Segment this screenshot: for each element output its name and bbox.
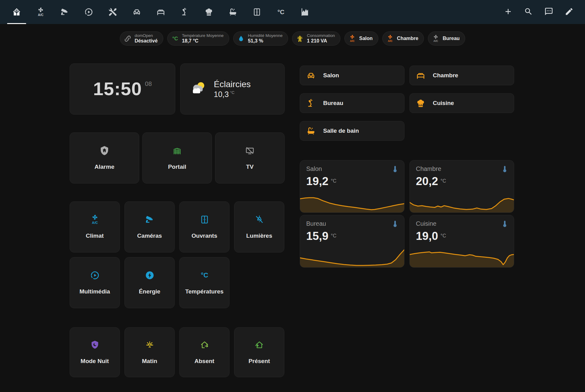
card-temperatures[interactable]: °CTempératures (179, 257, 230, 308)
search-button[interactable] (524, 7, 533, 17)
tab-multimedia[interactable] (77, 0, 101, 24)
room-button-bureau[interactable]: Bureau (300, 93, 404, 113)
chart-line-icon (300, 7, 310, 17)
lightning-circle-icon (145, 270, 155, 280)
weather-card[interactable]: Éclaircies 10,3°C (180, 63, 285, 115)
graph-card-salon[interactable]: Salon 19,2°C (300, 160, 404, 213)
chip-text: Consommation1 210 VA (307, 33, 335, 44)
motion-play-icon (90, 270, 100, 280)
card-absent[interactable]: Absent (179, 327, 230, 377)
bathtub-icon (306, 126, 316, 136)
room-button-chambre[interactable]: Chambre (409, 66, 514, 85)
tab-home[interactable] (5, 0, 29, 24)
chip-temperature-moyenne[interactable]: °CTempérature Moyenne18,7 °C (167, 31, 229, 46)
card-label: Températures (185, 288, 223, 295)
graph-card-cuisine[interactable]: Cuisine 19,0°C (409, 215, 514, 268)
temperature-celsius-icon: °C (171, 35, 179, 42)
chip-label: Salon (359, 36, 373, 41)
chip-consommation[interactable]: Consommation1 210 VA (292, 31, 340, 46)
tv-off-icon (245, 146, 255, 156)
edit-button[interactable] (565, 7, 574, 17)
tools-icon (108, 7, 117, 17)
tab-bar: A/C°C (0, 0, 317, 24)
chip-title: Humidité Moyenne (248, 33, 283, 38)
room-label: Salon (323, 72, 339, 79)
graph-value: 19,2 (306, 175, 328, 188)
tab-chambre[interactable] (149, 0, 173, 24)
magnify-icon (524, 7, 533, 16)
tab-temperatures[interactable]: °C (269, 0, 293, 24)
bathtub-icon (228, 7, 238, 17)
sofa-icon (132, 7, 141, 17)
chip-text: Humidité Moyenne51,3 % (248, 33, 283, 44)
svg-text:A/C: A/C (350, 39, 355, 42)
clock: 15:50 08 (93, 80, 152, 98)
graph-unit: °C (331, 178, 336, 184)
room-button-cuisine[interactable]: Cuisine (409, 93, 514, 113)
tab-bureau[interactable] (173, 0, 197, 24)
room-button-salon[interactable]: Salon (300, 66, 404, 85)
tab-outils[interactable] (101, 0, 125, 24)
card-label: Caméras (137, 232, 162, 239)
chip-domopen[interactable]: domOpenDésactivé (120, 31, 163, 46)
add-button[interactable] (504, 7, 513, 17)
graph-card-chambre[interactable]: Chambre 20,2°C (409, 160, 514, 213)
weather-temperature: 10,3°C (214, 90, 251, 99)
room-button-salle-de-bain[interactable]: Salle de bain (300, 121, 404, 141)
chip-humidite-moyenne[interactable]: Humidité Moyenne51,3 % (233, 31, 288, 46)
card-label: Lumières (246, 232, 272, 239)
graph-value-row: 19,2°C (306, 175, 398, 188)
card-matin[interactable]: Matin (124, 327, 175, 377)
top-bar: A/C°C (0, 0, 585, 24)
card-ouvrants[interactable]: Ouvrants (179, 201, 230, 253)
bed-icon (416, 71, 425, 80)
card-mode-nuit[interactable]: Mode Nuit (70, 327, 120, 377)
chip-bureau[interactable]: A/CBureau (428, 31, 465, 46)
weather-partly-cloudy-icon (189, 79, 208, 99)
tab-ouvrants[interactable] (245, 0, 269, 24)
tab-climat[interactable]: A/C (29, 0, 53, 24)
chip-value: 51,3 % (248, 38, 283, 44)
card-label: Climat (86, 232, 104, 239)
chip-value: Désactivé (135, 38, 158, 44)
assist-button[interactable] (544, 7, 553, 17)
card-tv[interactable]: TV (215, 132, 285, 184)
thermometer-icon (501, 220, 509, 228)
door-sliding-icon (252, 7, 262, 17)
chip-title: Température Moyenne (182, 33, 224, 38)
card-label: Absent (194, 358, 214, 365)
room-label: Bureau (323, 100, 343, 107)
home-assistant-icon (12, 7, 21, 17)
clock-card: 15:50 08 (70, 63, 175, 115)
shield-moon-icon (90, 340, 100, 350)
graph-title: Salon (306, 165, 398, 172)
security-cards-row: AlarmePortailTV (70, 132, 285, 184)
weather-temperature-value: 10,3 (214, 90, 229, 99)
card-label: Multimédia (79, 288, 110, 295)
chip-chambre[interactable]: A/CChambre (382, 31, 424, 46)
tab-graphiques[interactable] (293, 0, 317, 24)
tab-cameras[interactable] (53, 0, 77, 24)
temperature-sparkline (300, 192, 404, 213)
card-label: Mode Nuit (81, 358, 109, 365)
card-label: Portail (168, 164, 186, 170)
card-climat[interactable]: A/CClimat (70, 201, 120, 253)
fan-ac-icon: A/C (36, 7, 45, 17)
tab-cuisine[interactable] (197, 0, 221, 24)
bed-icon (156, 7, 165, 17)
tab-salon[interactable] (125, 0, 149, 24)
card-energie[interactable]: Énergie (124, 257, 175, 308)
card-multimedia[interactable]: Multimédia (70, 257, 120, 308)
graph-card-bureau[interactable]: Bureau 15,9°C (300, 215, 404, 268)
left-column: 15:50 08 Éclaircies 10,3°C AlarmePortail… (70, 63, 285, 377)
card-present[interactable]: Présent (234, 327, 284, 377)
card-lumieres[interactable]: Lumières (234, 201, 284, 253)
card-cameras[interactable]: Caméras (124, 201, 175, 253)
chip-salon[interactable]: A/CSalon (344, 31, 378, 46)
chip-value: 1 210 VA (307, 38, 335, 44)
card-portail[interactable]: Portail (142, 132, 212, 184)
card-alarme[interactable]: Alarme (70, 132, 139, 184)
home-import-icon (254, 340, 264, 350)
thermometer-icon (501, 165, 509, 173)
tab-salle-de-bain[interactable] (221, 0, 245, 24)
